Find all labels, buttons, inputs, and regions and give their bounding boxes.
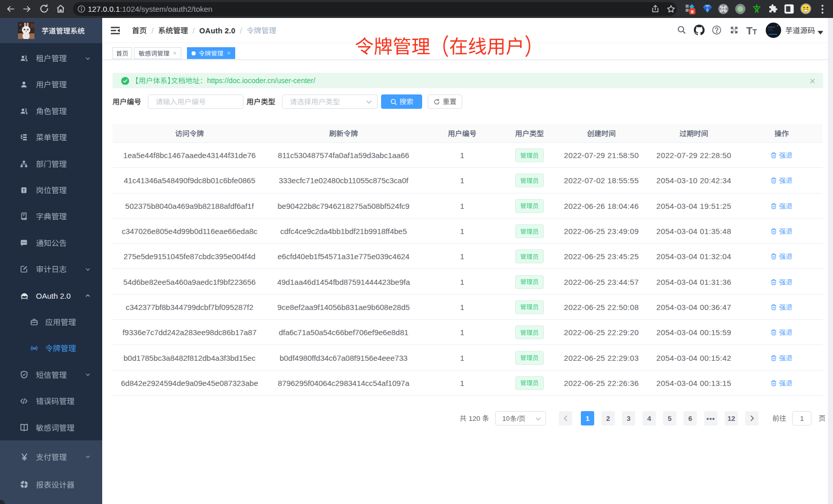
svg-text:9: 9: [691, 9, 693, 14]
